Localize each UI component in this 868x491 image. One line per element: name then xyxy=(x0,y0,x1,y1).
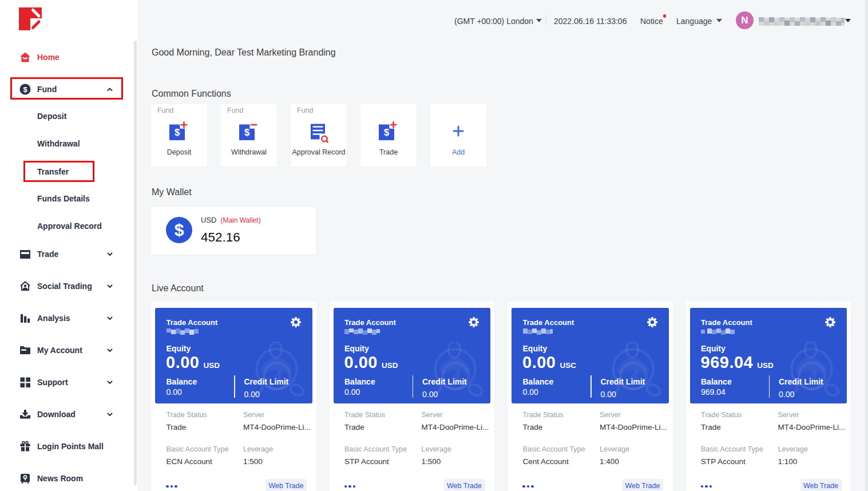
svg-text:$: $ xyxy=(23,85,27,94)
svg-text:$: $ xyxy=(244,127,249,137)
svg-text:$: $ xyxy=(175,127,180,137)
svg-text:$: $ xyxy=(384,127,389,137)
